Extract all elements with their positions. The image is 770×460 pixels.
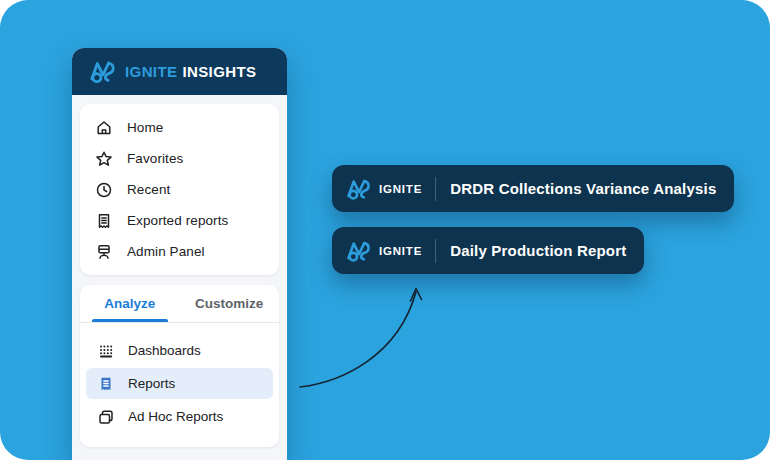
tab-analyze[interactable]: Analyze — [80, 285, 180, 322]
sidebar-item-label: Home — [127, 120, 163, 135]
sidebar-item-label: Ad Hoc Reports — [128, 409, 223, 424]
dashboard-grid-icon — [96, 341, 115, 360]
report-badge-drdr[interactable]: IGNITE DRDR Collections Variance Analysi… — [332, 165, 734, 212]
badge-brand-label: IGNITE — [379, 245, 422, 257]
workstation-icon — [94, 242, 113, 261]
sidebar-item-reports[interactable]: Reports — [86, 368, 273, 399]
sidebar-item-label: Exported reports — [127, 213, 228, 228]
pointer-arrow — [290, 273, 435, 398]
sidebar-item-home[interactable]: Home — [80, 112, 279, 143]
tab-bar: Analyze Customize — [80, 285, 279, 323]
sidebar-item-label: Reports — [128, 376, 175, 391]
sidebar-item-label: Dashboards — [128, 343, 201, 358]
sidebar-item-label: Admin Panel — [127, 244, 205, 259]
main-menu-card: Home Favorites Recent — [80, 104, 279, 275]
badge-divider — [435, 239, 436, 263]
sidebar-item-label: Recent — [127, 182, 170, 197]
ignite-logo-icon — [345, 239, 373, 263]
tab-customize[interactable]: Customize — [180, 285, 280, 322]
home-icon — [94, 118, 113, 137]
badge-brand-label: IGNITE — [379, 183, 422, 195]
ignite-logo-icon — [88, 59, 118, 84]
badge-title: Daily Production Report — [450, 242, 626, 259]
sidebar-item-recent[interactable]: Recent — [80, 174, 279, 205]
report-document-icon — [96, 374, 115, 393]
sidebar-header: IGNITEINSIGHTS — [72, 48, 287, 95]
sidebar-item-ad-hoc-reports[interactable]: Ad Hoc Reports — [86, 401, 273, 432]
app-canvas: IGNITEINSIGHTS Home Favorites — [0, 0, 770, 460]
badge-title: DRDR Collections Variance Analysis — [450, 180, 716, 197]
sidebar-item-label: Favorites — [127, 151, 183, 166]
star-icon — [94, 149, 113, 168]
receipt-icon — [94, 211, 113, 230]
brand-primary: IGNITE — [125, 63, 177, 80]
analyze-card: Analyze Customize — [80, 285, 279, 447]
clock-icon — [94, 180, 113, 199]
ignite-logo-icon — [345, 177, 373, 201]
stacked-boxes-icon — [96, 407, 115, 426]
badge-divider — [435, 177, 436, 201]
brand-title: IGNITEINSIGHTS — [125, 63, 256, 80]
sidebar-item-favorites[interactable]: Favorites — [80, 143, 279, 174]
sidebar-item-admin-panel[interactable]: Admin Panel — [80, 236, 279, 267]
analyze-list: Dashboards Reports — [80, 323, 279, 446]
sidebar-item-exported-reports[interactable]: Exported reports — [80, 205, 279, 236]
brand-secondary: INSIGHTS — [182, 63, 256, 80]
report-badge-daily-production[interactable]: IGNITE Daily Production Report — [332, 227, 644, 274]
sidebar-panel: IGNITEINSIGHTS Home Favorites — [72, 48, 287, 460]
sidebar-item-dashboards[interactable]: Dashboards — [86, 335, 273, 366]
